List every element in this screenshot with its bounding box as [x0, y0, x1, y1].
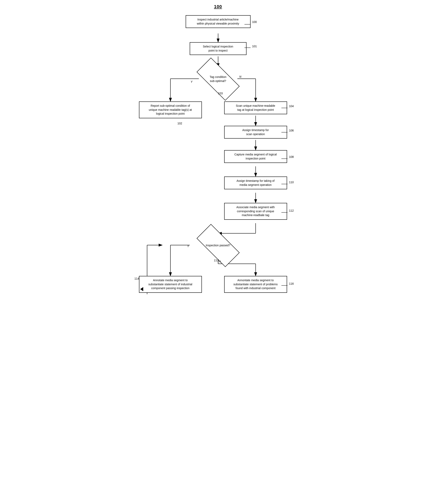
node-116: Annontate media segment tosubstantiate s…	[224, 276, 287, 293]
node-103-label: Tag conditionsub-optimal?	[196, 75, 240, 83]
diagram-container: 100	[127, 4, 309, 450]
ref-116: 116	[289, 282, 294, 285]
y-label-103: Y	[191, 80, 192, 83]
ref-104: 104	[289, 104, 294, 108]
n-label-113: N	[219, 260, 221, 263]
node-103-container: Tag conditionsub-optimal?	[196, 67, 240, 91]
node-113-label: Inspection passed?	[196, 243, 240, 247]
node-104: Scan unique machine-readabletag at logic…	[224, 101, 287, 114]
ref-106: 106	[289, 129, 294, 132]
node-100: Inspect industrial article/machinewithin…	[186, 15, 251, 28]
diagram-title: 100	[127, 4, 309, 9]
node-101: Select logical inspectionpoint to inspec…	[190, 42, 246, 55]
ref-100: 100	[252, 20, 257, 24]
y-label-113: Y	[187, 245, 189, 248]
ref-113: 113	[214, 259, 219, 262]
node-114: Annotate media segment tosubstantiate st…	[139, 276, 202, 293]
ref-110: 110	[289, 181, 294, 184]
ref-102: 102	[178, 122, 182, 125]
node-106: Assign timestamp forscan operation	[224, 126, 287, 138]
node-102: Report sub-optimal condition ofunique ma…	[139, 101, 202, 118]
ref-114: 114	[135, 277, 139, 280]
ref-103: 103	[218, 92, 223, 95]
ref-112: 112	[289, 209, 294, 212]
node-108: Capture media segment of logicalinspecti…	[224, 150, 287, 163]
node-113-container: Inspection passed?	[196, 233, 240, 258]
ref-101: 101	[252, 45, 257, 48]
node-112: Associate media segment withcorrespondin…	[224, 203, 287, 220]
node-110: Assign timestamp for taking ofmedia segm…	[224, 176, 287, 189]
ref-108: 108	[289, 155, 294, 158]
